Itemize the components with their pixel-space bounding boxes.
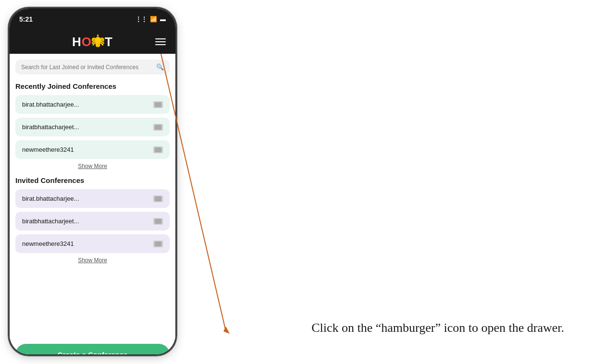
list-item[interactable]: birat.bhattacharjee... bbox=[15, 95, 170, 114]
item-video-icon bbox=[153, 195, 163, 202]
conference-name: newmeethere3241 bbox=[22, 240, 74, 247]
item-video-icon bbox=[153, 218, 163, 225]
search-icon: 🔍 bbox=[156, 63, 164, 71]
create-conference-button[interactable]: Create a Conference bbox=[15, 344, 170, 354]
logo-t: T bbox=[105, 35, 113, 49]
list-item[interactable]: biratbhattacharjeet... bbox=[15, 118, 170, 136]
list-item[interactable]: newmeethere3241 bbox=[15, 140, 170, 159]
search-input[interactable] bbox=[21, 64, 153, 71]
hamburger-button[interactable] bbox=[153, 36, 168, 47]
hamburger-line-3 bbox=[155, 44, 166, 45]
wifi-signal-icon: 📶 bbox=[150, 16, 157, 23]
hamburger-line-2 bbox=[155, 41, 166, 42]
list-item[interactable]: biratbhattacharjeet... bbox=[15, 212, 170, 231]
phone-content: 🔍 Recently Joined Conferences birat.bhat… bbox=[10, 54, 175, 340]
svg-marker-1 bbox=[223, 327, 230, 334]
search-bar[interactable]: 🔍 bbox=[15, 60, 170, 74]
list-item[interactable]: birat.bhattacharjee... bbox=[15, 189, 170, 208]
navbar: HO🕷T bbox=[10, 30, 175, 54]
annotation-text: Click on the “hamburger” icon to open th… bbox=[311, 321, 564, 335]
status-bar: 5:21 ⋮⋮ 📶 ▬ bbox=[10, 9, 175, 30]
conference-name: newmeethere3241 bbox=[22, 146, 74, 153]
recently-joined-show-more[interactable]: Show More bbox=[15, 163, 170, 170]
wifi-icon: ⋮⋮ bbox=[136, 16, 147, 23]
battery-icon: ▬ bbox=[160, 16, 166, 23]
logo-owl: 🕷 bbox=[92, 35, 105, 49]
invited-show-more[interactable]: Show More bbox=[15, 257, 170, 264]
status-time: 5:21 bbox=[19, 15, 33, 23]
logo-h: H bbox=[72, 35, 82, 49]
conference-name: birat.bhattacharjee... bbox=[22, 195, 79, 202]
phone-frame: 5:21 ⋮⋮ 📶 ▬ HO🕷T 🔍 Recently Joined Confe… bbox=[10, 9, 175, 354]
invited-list: birat.bhattacharjee... biratbhattacharje… bbox=[15, 189, 170, 253]
item-video-icon bbox=[153, 124, 163, 131]
hamburger-line-1 bbox=[155, 38, 166, 39]
conference-name: birat.bhattacharjee... bbox=[22, 101, 79, 108]
recently-joined-title: Recently Joined Conferences bbox=[15, 82, 170, 90]
conference-name: biratbhattacharjeet... bbox=[22, 123, 79, 131]
status-icons: ⋮⋮ 📶 ▬ bbox=[136, 16, 166, 23]
recently-joined-list: birat.bhattacharjee... biratbhattacharje… bbox=[15, 95, 170, 159]
app-logo: HO🕷T bbox=[72, 35, 113, 49]
invited-conferences-title: Invited Conferences bbox=[15, 176, 170, 184]
item-video-icon bbox=[153, 241, 163, 247]
item-video-icon bbox=[153, 101, 163, 108]
item-video-icon bbox=[153, 146, 163, 153]
conference-name: biratbhattacharjeet... bbox=[22, 218, 79, 225]
list-item[interactable]: newmeethere3241 bbox=[15, 234, 170, 253]
bottom-buttons: Create a Conference Join a Conference bbox=[10, 340, 175, 354]
logo-o: O bbox=[82, 35, 92, 49]
